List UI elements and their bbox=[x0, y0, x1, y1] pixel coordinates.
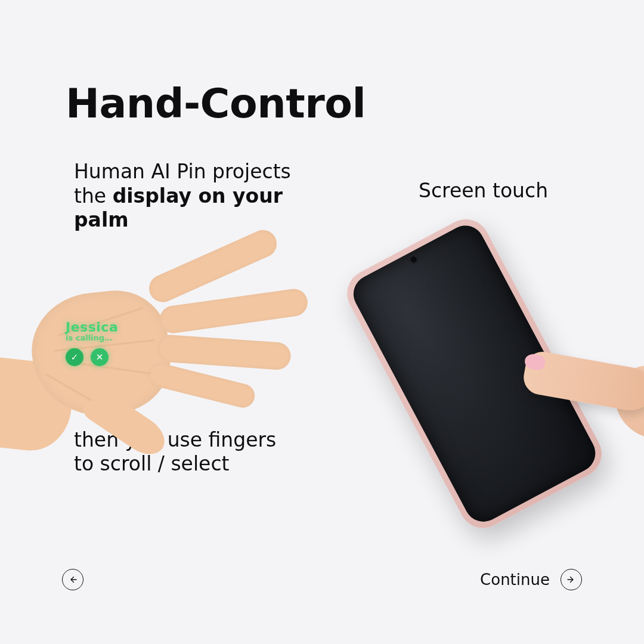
back-button[interactable] bbox=[60, 566, 86, 593]
arrow-right-icon bbox=[561, 569, 582, 590]
continue-label: Continue bbox=[480, 571, 550, 589]
arrow-left-icon bbox=[62, 569, 83, 590]
footer-nav: Continue bbox=[60, 566, 584, 593]
continue-button[interactable]: Continue bbox=[478, 566, 584, 593]
page-title: Hand-Control bbox=[66, 80, 366, 127]
palm-usage-description: then you use fingers to scroll / select bbox=[74, 428, 301, 476]
screen-touch-caption: Screen touch bbox=[419, 179, 638, 202]
left-column: Human AI Pin projects the display on you… bbox=[74, 160, 301, 476]
palm-projection-description: Human AI Pin projects the display on you… bbox=[74, 160, 301, 233]
phone-illustration bbox=[358, 227, 644, 477]
right-column: Screen touch bbox=[352, 179, 638, 202]
